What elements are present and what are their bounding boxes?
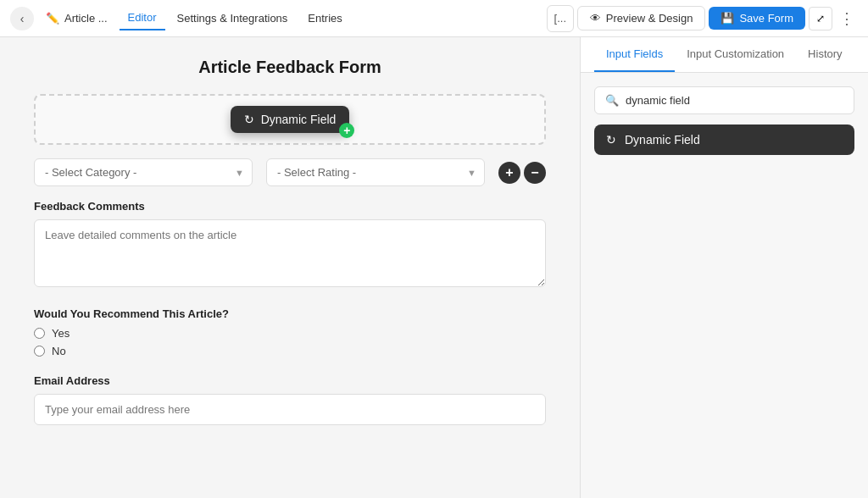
- editor-area: Article Feedback Form ↻ Dynamic Field + …: [0, 37, 580, 498]
- settings-tab[interactable]: Settings & Integrations: [169, 7, 297, 30]
- recommend-label: Would You Recommend This Article?: [34, 307, 546, 320]
- tab-input-fields[interactable]: Input Fields: [594, 37, 675, 72]
- icon-placeholder-button[interactable]: [...: [547, 5, 574, 32]
- icon-placeholder-label: [...: [554, 12, 566, 25]
- settings-tab-label: Settings & Integrations: [177, 12, 288, 25]
- form-title: Article Feedback Form: [34, 58, 546, 77]
- editor-tab-label: Editor: [128, 11, 157, 24]
- save-form-button[interactable]: 💾 Save Form: [709, 7, 805, 30]
- more-options-icon[interactable]: ⋮: [836, 9, 858, 28]
- feedback-section: Feedback Comments: [34, 200, 546, 290]
- entries-tab[interactable]: Entries: [299, 7, 350, 30]
- dynamic-field-item[interactable]: ↻ Dynamic Field: [594, 125, 854, 155]
- no-label: No: [52, 345, 66, 357]
- rating-select[interactable]: - Select Rating -: [266, 158, 485, 186]
- tab-history[interactable]: History: [796, 37, 854, 72]
- eye-icon: 👁: [590, 12, 601, 25]
- remove-field-button[interactable]: −: [524, 162, 546, 184]
- feedback-label: Feedback Comments: [34, 200, 546, 213]
- category-select[interactable]: - Select Category -: [34, 158, 253, 186]
- no-radio-item[interactable]: No: [34, 345, 546, 357]
- search-box: 🔍: [594, 86, 854, 114]
- feedback-textarea[interactable]: [34, 219, 546, 287]
- search-input[interactable]: [626, 94, 843, 107]
- search-icon: 🔍: [605, 94, 619, 107]
- panel-tabs: Input Fields Input Customization History: [581, 37, 868, 73]
- dynamic-field-drag-icon: ↻: [244, 113, 254, 126]
- radio-group: Yes No: [34, 327, 546, 357]
- article-tab[interactable]: ✏️ Article ...: [37, 7, 116, 30]
- top-nav: ‹ ✏️ Article ... Editor Settings & Integ…: [0, 0, 868, 37]
- rating-select-wrapper: - Select Rating - ▼: [266, 158, 485, 186]
- drop-zone[interactable]: ↻ Dynamic Field +: [34, 94, 546, 145]
- dynamic-field-drag-label: Dynamic Field: [261, 113, 337, 126]
- back-button[interactable]: ‹: [10, 7, 34, 30]
- yes-radio-item[interactable]: Yes: [34, 327, 546, 340]
- expand-icon: ⤢: [816, 13, 825, 25]
- save-btn-label: Save Form: [739, 12, 793, 25]
- select-row: - Select Category - ▼ - Select Rating - …: [34, 158, 546, 186]
- no-radio[interactable]: [34, 346, 45, 357]
- dynamic-field-drag-item[interactable]: ↻ Dynamic Field +: [231, 106, 350, 133]
- email-input[interactable]: [34, 394, 546, 425]
- recommend-section: Would You Recommend This Article? Yes No: [34, 307, 546, 357]
- row-actions: + −: [498, 162, 546, 184]
- expand-button[interactable]: ⤢: [809, 7, 832, 30]
- tab-input-customization[interactable]: Input Customization: [675, 37, 796, 72]
- save-icon: 💾: [721, 12, 734, 25]
- right-panel: Input Fields Input Customization History…: [580, 37, 868, 498]
- dynamic-field-item-label: Dynamic Field: [625, 133, 700, 147]
- article-tab-label: Article ...: [64, 12, 108, 25]
- panel-content: 🔍 ↻ Dynamic Field: [581, 73, 868, 498]
- dynamic-field-item-icon: ↻: [606, 133, 616, 147]
- add-field-button[interactable]: +: [498, 162, 520, 184]
- email-label: Email Address: [34, 374, 546, 387]
- preview-design-button[interactable]: 👁 Preview & Design: [577, 6, 706, 30]
- email-section: Email Address: [34, 374, 546, 425]
- entries-tab-label: Entries: [308, 12, 342, 25]
- yes-label: Yes: [52, 327, 70, 340]
- yes-radio[interactable]: [34, 328, 45, 339]
- edit-icon: ✏️: [46, 12, 59, 25]
- category-select-wrapper: - Select Category - ▼: [34, 158, 253, 186]
- preview-btn-label: Preview & Design: [606, 12, 693, 25]
- add-badge-icon: +: [339, 123, 354, 138]
- main-layout: Article Feedback Form ↻ Dynamic Field + …: [0, 37, 868, 498]
- editor-tab[interactable]: Editor: [120, 6, 165, 30]
